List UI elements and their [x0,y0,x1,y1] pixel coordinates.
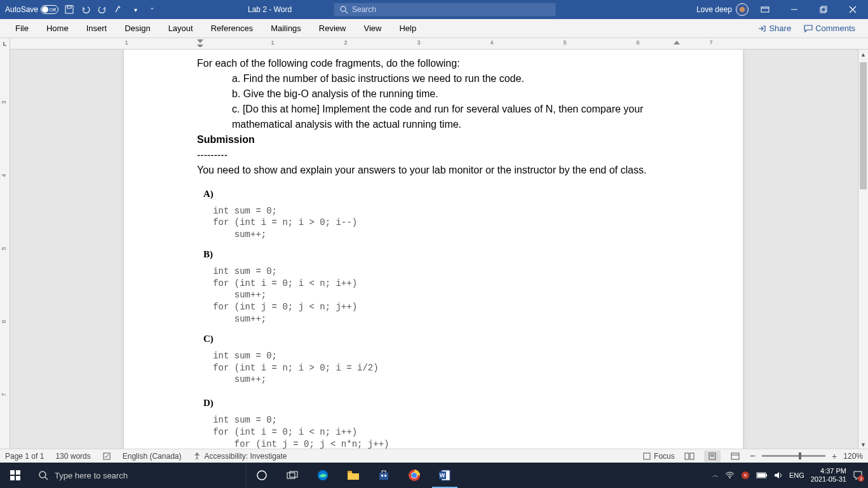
share-button[interactable]: Share [751,24,797,33]
language[interactable]: English (Canada) [123,452,182,461]
share-icon [757,24,766,33]
svg-rect-23 [10,476,15,480]
ribbon-display-icon[interactable] [752,0,778,19]
read-mode-icon[interactable] [681,451,698,462]
autosave-toggle[interactable]: AutoSave Off [5,5,58,14]
word-count[interactable]: 130 words [55,452,90,461]
right-indent-marker-icon[interactable] [674,38,680,47]
tab-review[interactable]: Review [310,19,355,38]
scroll-thumb[interactable] [860,62,867,189]
touch-mode-icon[interactable] [113,4,125,15]
redo-icon[interactable] [97,4,108,15]
close-button[interactable] [840,0,865,19]
tab-layout[interactable]: Layout [159,19,202,38]
svg-rect-32 [379,473,388,480]
svg-line-3 [345,11,348,13]
web-layout-icon[interactable] [727,451,743,462]
user-name[interactable]: Love deep [696,5,732,14]
cortana-icon[interactable] [247,463,277,488]
search-placeholder: Search [352,5,376,14]
intro-text: For each of the following code fragments… [197,56,670,71]
svg-rect-28 [287,473,295,478]
tab-file[interactable]: File [6,19,37,38]
wifi-icon[interactable] [725,471,735,479]
svg-rect-4 [761,7,769,12]
scroll-up-icon[interactable]: ▲ [858,50,868,60]
ruler[interactable]: L 1 1 2 3 4 5 6 7 [0,38,868,50]
taskbar-search[interactable]: Type here to search [31,463,247,488]
zoom-out-button[interactable]: − [750,451,756,462]
accessibility-button[interactable]: Accessibility: Investigate [193,452,287,461]
page-count[interactable]: Page 1 of 1 [5,452,44,461]
svg-rect-45 [766,474,767,477]
task-view-icon[interactable] [277,463,308,488]
svg-rect-14 [685,453,689,459]
block-c-label: C) [197,332,670,346]
tab-view[interactable]: View [355,19,390,38]
block-a-code: int sum = 0; for (int i = n; i > 0; i--)… [197,205,670,241]
qat-dropdown-icon[interactable]: ▾ [130,4,141,15]
svg-rect-22 [16,470,20,475]
store-icon[interactable] [369,463,399,488]
minimize-button[interactable] [782,0,807,19]
zoom-in-button[interactable]: + [832,451,837,461]
focus-button[interactable]: Focus [642,452,675,461]
tab-help[interactable]: Help [390,19,425,38]
volume-icon[interactable] [774,471,783,480]
submission-heading: Submission [197,132,670,147]
battery-icon[interactable] [756,472,768,478]
vertical-ruler[interactable]: 3 4 5 6 7 [0,50,10,450]
zoom-slider[interactable] [762,455,825,457]
vertical-scrollbar[interactable]: ▲ ▼ [858,50,868,450]
avatar[interactable] [736,3,749,16]
block-b-label: B) [197,247,670,262]
svg-rect-46 [757,473,765,477]
svg-rect-0 [65,6,73,13]
comments-button[interactable]: Comments [797,24,862,33]
svg-point-27 [257,471,266,480]
statusbar: Page 1 of 1 130 words English (Canada) A… [0,449,868,463]
workspace: 3 4 5 6 7 For each of the following code… [0,50,868,450]
ribbon-tabs: File Home Insert Design Layout Reference… [0,19,868,38]
clock[interactable]: 4:37 PM 2021-05-31 [811,467,846,484]
svg-text:×: × [743,472,747,478]
qat-more-icon[interactable]: ⁼ [146,4,158,15]
start-button[interactable] [0,463,31,488]
show-hidden-icon[interactable]: ︿ [712,471,719,480]
svg-rect-19 [731,453,739,459]
search-icon [38,470,48,480]
word-icon[interactable]: W [430,463,460,488]
save-icon[interactable] [64,4,75,15]
print-layout-icon[interactable] [704,451,721,462]
svg-rect-34 [384,475,386,477]
search-box[interactable]: Search [334,3,556,17]
tab-mailings[interactable]: Mailings [262,19,310,38]
tab-insert[interactable]: Insert [78,19,116,38]
file-explorer-icon[interactable] [338,463,369,488]
svg-rect-33 [381,475,383,477]
page[interactable]: For each of the following code fragments… [124,50,743,450]
toggle-switch[interactable]: Off [41,5,58,14]
svg-point-12 [196,452,198,454]
lang-indicator[interactable]: ENG [789,471,804,479]
chrome-icon[interactable] [399,463,430,488]
tab-design[interactable]: Design [116,19,159,38]
svg-rect-8 [822,6,827,11]
bullet-a: a. Find the number of basic instructions… [197,71,670,86]
edge-icon[interactable] [308,463,338,488]
zoom-level[interactable]: 120% [843,452,863,461]
security-icon[interactable]: × [741,471,750,480]
svg-rect-21 [10,470,15,475]
notifications-icon[interactable]: 3 [853,470,863,480]
maximize-button[interactable] [811,0,836,19]
tab-selector[interactable]: L [0,38,10,50]
block-c-code: int sum = 0; for (int i = n; i > 0; i = … [197,350,670,386]
bullet-b: b. Give the big-O analysis of the runnin… [197,86,670,102]
spell-check-icon[interactable] [102,452,111,461]
undo-icon[interactable] [80,4,92,15]
indent-marker-icon[interactable] [197,38,203,47]
tab-home[interactable]: Home [37,19,78,38]
tab-references[interactable]: References [202,19,262,38]
search-icon [339,5,348,14]
focus-icon [642,452,651,461]
